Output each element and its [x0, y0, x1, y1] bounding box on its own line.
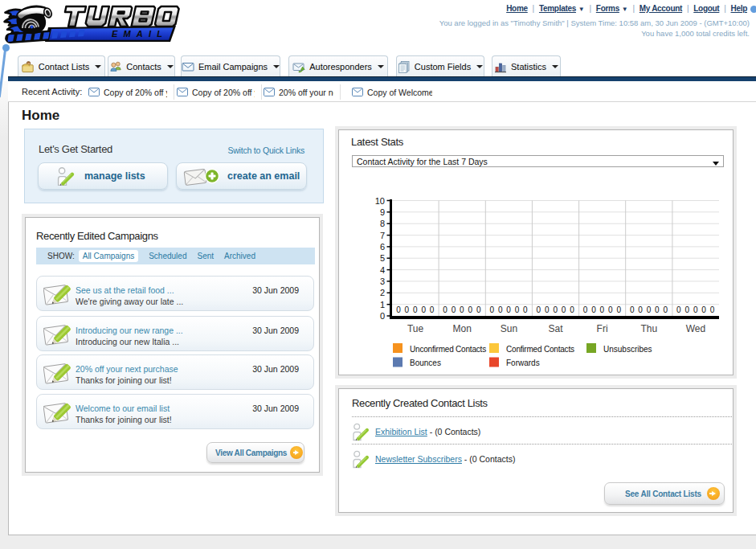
- svg-text:0: 0: [421, 305, 426, 314]
- svg-text:5: 5: [380, 253, 385, 263]
- svg-text:0: 0: [693, 305, 698, 314]
- svg-text:0: 0: [460, 305, 464, 314]
- svg-text:0: 0: [413, 305, 418, 314]
- svg-text:Tue: Tue: [407, 323, 424, 334]
- svg-text:Thu: Thu: [640, 323, 657, 334]
- svg-text:0: 0: [506, 305, 511, 314]
- svg-text:0: 0: [476, 305, 481, 314]
- svg-text:0: 0: [380, 311, 385, 321]
- svg-text:Unsubscribes: Unsubscribes: [603, 345, 652, 354]
- svg-text:0: 0: [523, 305, 528, 314]
- svg-text:0: 0: [553, 305, 558, 314]
- svg-text:0: 0: [468, 305, 473, 314]
- svg-text:Sat: Sat: [548, 323, 563, 334]
- svg-text:0: 0: [537, 305, 541, 314]
- svg-text:0: 0: [498, 305, 503, 314]
- svg-text:0: 0: [676, 305, 681, 314]
- svg-text:0: 0: [630, 305, 635, 314]
- svg-text:Confirmed Contacts: Confirmed Contacts: [506, 345, 574, 354]
- svg-text:Bounces: Bounces: [410, 358, 441, 367]
- svg-text:0: 0: [490, 305, 495, 314]
- svg-text:Unconfirmed Contacts: Unconfirmed Contacts: [410, 345, 486, 354]
- svg-text:0: 0: [443, 305, 447, 314]
- svg-text:6: 6: [380, 242, 385, 252]
- svg-text:9: 9: [380, 207, 385, 217]
- svg-text:0: 0: [583, 305, 588, 314]
- svg-text:4: 4: [380, 265, 385, 275]
- svg-text:Wed: Wed: [686, 323, 705, 334]
- svg-text:EMAIL: EMAIL: [112, 29, 168, 39]
- svg-text:0: 0: [701, 305, 706, 314]
- svg-text:0: 0: [616, 305, 621, 314]
- svg-text:3: 3: [380, 277, 385, 286]
- svg-text:0: 0: [430, 305, 435, 314]
- svg-text:1: 1: [380, 300, 385, 309]
- svg-text:0: 0: [545, 305, 550, 314]
- svg-text:0: 0: [405, 305, 410, 314]
- svg-text:10: 10: [375, 196, 385, 206]
- svg-text:0: 0: [655, 305, 660, 314]
- svg-text:Sun: Sun: [501, 323, 517, 334]
- svg-text:0: 0: [685, 305, 690, 314]
- svg-text:Mon: Mon: [453, 323, 472, 334]
- svg-text:0: 0: [396, 305, 401, 314]
- svg-text:0: 0: [608, 305, 613, 314]
- svg-text:Fri: Fri: [597, 323, 608, 334]
- svg-text:0: 0: [600, 305, 605, 314]
- svg-text:8: 8: [380, 219, 385, 228]
- svg-text:2: 2: [380, 288, 385, 297]
- svg-text:0: 0: [570, 305, 574, 314]
- svg-text:0: 0: [452, 305, 456, 314]
- svg-text:0: 0: [647, 305, 652, 314]
- svg-text:0: 0: [710, 305, 715, 314]
- svg-text:0: 0: [562, 305, 566, 314]
- svg-text:Forwards: Forwards: [506, 358, 540, 367]
- svg-text:7: 7: [380, 231, 385, 240]
- svg-text:0: 0: [591, 305, 596, 314]
- svg-text:0: 0: [638, 305, 643, 314]
- svg-text:0: 0: [664, 305, 668, 314]
- svg-text:0: 0: [515, 305, 520, 314]
